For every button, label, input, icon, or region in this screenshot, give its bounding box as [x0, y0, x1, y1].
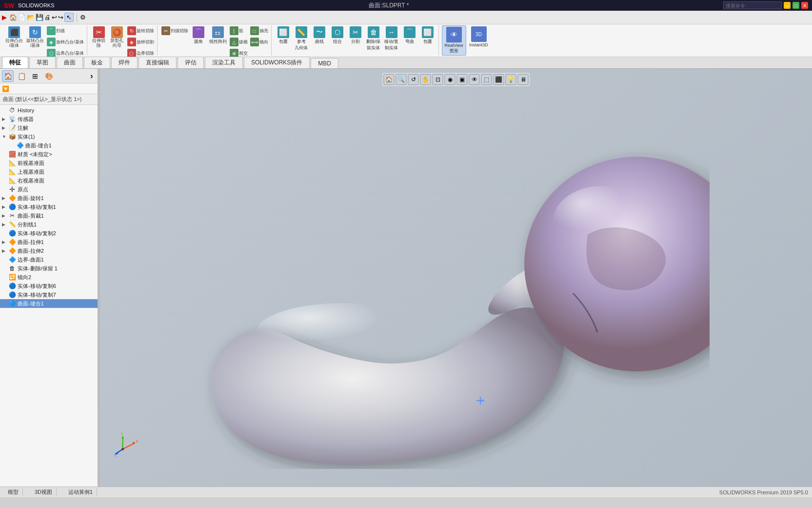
combine-button[interactable]: ⬡ 组合 — [329, 25, 346, 46]
sweep-cut-button[interactable]: ✂ 扫描切除 — [160, 25, 189, 36]
status-3dview[interactable]: 3D视图 — [31, 488, 57, 496]
loft-button[interactable]: ◈ 放样凸台/基体 — [46, 37, 85, 47]
hole-wizard-button[interactable]: ⭕ 异型孔向导 — [108, 25, 126, 49]
tree-item-boundary-surface1[interactable]: 🔷 边界-曲面1 — [0, 255, 99, 264]
split-button[interactable]: ✂ 分割 — [347, 25, 364, 46]
revolve-cut-button[interactable]: ↻ 旋转切除 — [126, 25, 155, 36]
search-input[interactable] — [723, 1, 782, 9]
view-perspective-icon[interactable]: ⬛ — [494, 74, 504, 85]
wrap2-button[interactable]: ⬜ 包覆 — [419, 25, 436, 46]
config-manager-tab[interactable]: ⊞ — [29, 70, 41, 82]
view-rotate-icon[interactable]: ↺ — [408, 74, 419, 85]
tree-item-origin[interactable]: ✛ 原点 — [0, 185, 99, 194]
options-button[interactable]: ⚙ — [80, 14, 86, 21]
tab-sketch[interactable]: 草图 — [29, 57, 56, 68]
tree-item-annotations[interactable]: ▶ 📝 注解 — [0, 123, 99, 132]
new-button[interactable]: 📄 — [18, 14, 26, 21]
tab-weldments[interactable]: 焊件 — [111, 57, 138, 68]
realview-button[interactable]: 👁 RealView图形 — [442, 25, 466, 56]
tab-mbd[interactable]: MBD — [311, 58, 338, 68]
tree-item-front-plane[interactable]: 📐 前视基准面 — [0, 159, 99, 167]
tree-item-history[interactable]: ⏱ History — [0, 106, 99, 115]
tree-item-sensors[interactable]: ▶ 📡 传感器 — [0, 115, 99, 123]
view-zoom-icon[interactable]: 🔍 — [396, 74, 407, 85]
property-manager-tab[interactable]: 📋 — [16, 70, 27, 82]
view-section-icon[interactable]: ⬚ — [481, 74, 492, 85]
tab-render[interactable]: 渲染工具 — [205, 57, 243, 68]
tab-sheetmetal[interactable]: 板金 — [84, 57, 110, 68]
tab-surface[interactable]: 曲面 — [57, 57, 83, 68]
ref-geometry-button[interactable]: 📏 参考几何体 — [293, 25, 310, 52]
minimize-button[interactable]: – — [784, 2, 791, 9]
tree-item-move-copy6[interactable]: 🔵 实体-移动/复制6 — [0, 282, 99, 290]
move-body-button[interactable]: ↔ 移动/复制实体 — [383, 25, 400, 52]
tree-item-move-copy7[interactable]: 🔵 实体-移动/复制7 — [0, 290, 99, 299]
close-button[interactable]: ✕ — [801, 2, 808, 9]
maximize-button[interactable]: □ — [792, 2, 799, 9]
feature-manager-tab[interactable]: 🏠 — [2, 70, 14, 82]
tree-item-split-line1[interactable]: ▶ 📏 分割线1 — [0, 220, 99, 229]
view-orientation-icon[interactable]: 🏠 — [384, 74, 395, 85]
fillet-button[interactable]: ⌒ 圆角 — [190, 25, 207, 46]
tree-item-surface-extrude2[interactable]: ▶ 🔶 曲面-拉伸2 — [0, 246, 99, 255]
view-pan-icon[interactable]: ✋ — [420, 74, 431, 85]
wrap-button[interactable]: ⬜ 包覆 — [275, 25, 292, 46]
save-button[interactable]: 💾 — [36, 14, 43, 21]
tab-direct-edit[interactable]: 直接编辑 — [139, 57, 177, 68]
intersect-button[interactable]: ⊗ 相交 — [229, 48, 249, 57]
extrude-boss-button[interactable]: ⬛ 拉伸凸台/基体 — [4, 25, 24, 49]
motion-tab[interactable]: 运动算例1 — [68, 488, 93, 496]
model-tab[interactable]: 模型 — [8, 488, 19, 496]
select-button[interactable]: ↖ — [64, 13, 74, 22]
boundary-boss-button[interactable]: ⬡ 边界凸台/基体 — [46, 48, 85, 57]
appearance-manager-tab[interactable]: 🎨 — [43, 70, 55, 82]
tree-item-delete-body1[interactable]: 🗑 实体-删除/保留 1 — [0, 264, 99, 273]
sidebar-expand-button[interactable]: › — [86, 70, 98, 82]
flex-button[interactable]: ⌒ 弯曲 — [401, 25, 418, 46]
tree-item-mirror2[interactable]: 🔁 镜向2 — [0, 273, 99, 282]
open-button[interactable]: 📂 — [27, 14, 35, 21]
boundary-cut-button[interactable]: ⬡ 边界切除 — [126, 48, 155, 57]
tree-item-move-copy1[interactable]: ▶ 🔵 实体-移动/复制1 — [0, 203, 99, 211]
home-button[interactable]: 🏠 — [9, 14, 17, 21]
tree-item-material[interactable]: 🧱 材质 <未指定> — [0, 150, 99, 159]
curves-button[interactable]: 〜 曲线 — [311, 25, 328, 46]
view-lights-icon[interactable]: 💡 — [506, 74, 516, 85]
3dview-tab[interactable]: 3D视图 — [35, 488, 52, 496]
tree-item-solid-bodies[interactable]: ▼ 📦 实体(1) — [0, 132, 99, 141]
mirror-button[interactable]: ⟺ 镜向 — [249, 37, 269, 47]
tab-evaluate[interactable]: 评估 — [178, 57, 204, 68]
tree-item-surface-trim1[interactable]: ▶ ✂ 曲面-剪裁1 — [0, 211, 99, 220]
view-shading-icon[interactable]: ◉ — [445, 74, 456, 85]
view-display-icon[interactable]: 🖥 — [518, 74, 529, 85]
sweep-button[interactable]: ⌒ 扫描 — [46, 25, 85, 36]
canvas-area[interactable]: 🏠 🔍 ↺ ✋ ⊡ ◉ ▣ 👁 ⬚ ⬛ 💡 🖥 — [100, 69, 812, 487]
tree-item-top-plane[interactable]: 📐 上视基准面 — [0, 167, 99, 176]
tree-item-surface-knit1[interactable]: 🔷 曲面-缝合1 — [0, 141, 99, 150]
tree-item-right-plane[interactable]: 📐 右视基准面 — [0, 176, 99, 185]
tree-item-move-copy2[interactable]: 🔵 实体-移动/复制2 — [0, 229, 99, 238]
redo-button[interactable]: ↪ — [58, 14, 63, 21]
instant3d-button[interactable]: 3D Instant3D — [467, 25, 491, 48]
rib-button[interactable]: | 筋 — [229, 25, 249, 36]
shell-button[interactable]: □ 抽壳 — [249, 25, 269, 36]
loft-cut-button[interactable]: ◈ 放样切割 — [126, 37, 155, 47]
tab-sw-plugins[interactable]: SOLIDWORKS插件 — [244, 57, 310, 68]
delete-body-button[interactable]: 🗑 删除/保留实体 — [365, 25, 382, 52]
view-zoom-fit-icon[interactable]: ⊡ — [433, 74, 443, 85]
status-model[interactable]: 模型 — [4, 488, 23, 496]
tab-features[interactable]: 特征 — [2, 57, 28, 68]
extrude-cut-button[interactable]: ✂ 拉伸切除 — [90, 25, 108, 49]
view-hide-icon[interactable]: 👁 — [469, 74, 480, 85]
status-motion[interactable]: 运动算例1 — [64, 488, 97, 496]
tree-item-surface-extrude1[interactable]: ▶ 🔶 曲面-拉伸1 — [0, 238, 99, 246]
view-edges-icon[interactable]: ▣ — [457, 74, 468, 85]
tree-item-surface-knit1-last[interactable]: 🔷 曲面-缝合1 — [0, 299, 99, 308]
sidebar-resize-handle[interactable] — [98, 69, 99, 487]
tree-item-surface-revolve1[interactable]: ▶ 🔶 曲面-旋转1 — [0, 194, 99, 203]
revolve-boss-button[interactable]: ↻ 旋转凸台/基体 — [25, 25, 45, 49]
draft-button[interactable]: △ 拔模 — [229, 37, 249, 47]
undo-button[interactable]: ↩ — [52, 14, 57, 21]
print-button[interactable]: 🖨 — [44, 14, 51, 21]
pattern-button[interactable]: ⚏ 线性阵列 — [208, 25, 228, 46]
